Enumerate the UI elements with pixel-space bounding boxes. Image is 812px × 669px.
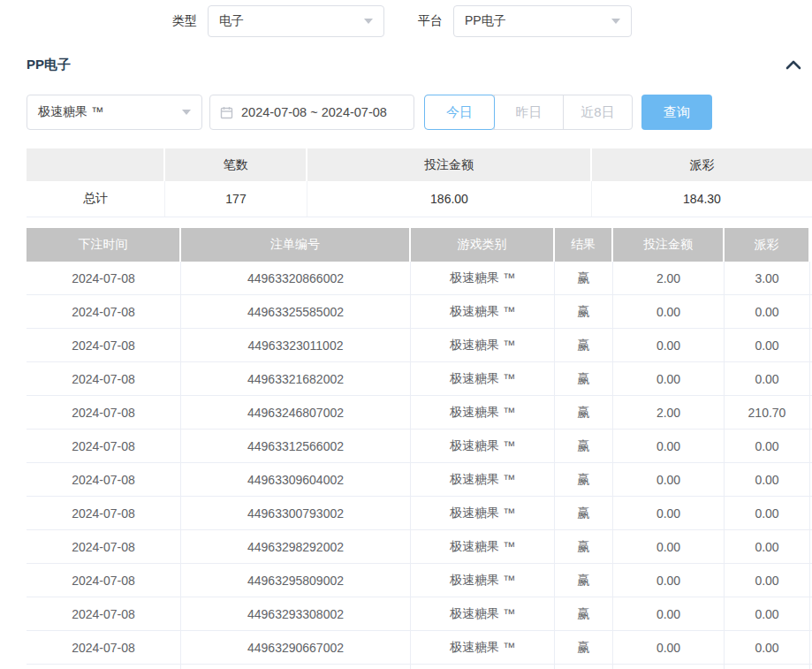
table-row: 2024-07-08 44963295809002 极速糖果 ™ 赢 0.00 … bbox=[27, 564, 812, 597]
betting-records-page: { "top": { "type_label": "类型", "type_val… bbox=[0, 0, 812, 669]
section-title: PP电子 bbox=[27, 57, 71, 73]
bet-amount-cell: 0.00 bbox=[613, 631, 725, 664]
table-row: 2024-07-08 44963309604002 极速糖果 ™ 赢 0.00 … bbox=[27, 463, 812, 497]
bet-time-cell: 2024-07-08 bbox=[27, 262, 181, 294]
game-type-cell: 极速糖果 ™ bbox=[411, 430, 555, 462]
order-id-cell: 44963300793002 bbox=[181, 497, 411, 529]
result-cell: 赢 bbox=[555, 329, 613, 361]
calendar-icon bbox=[220, 106, 233, 119]
type-select[interactable]: 电子 bbox=[208, 5, 384, 37]
bet-amount-cell: 0.00 bbox=[613, 329, 725, 361]
date-range-value: 2024-07-08 ~ 2024-07-08 bbox=[241, 105, 387, 119]
table-row: 2024-07-08 44963323011002 极速糖果 ™ 赢 0.00 … bbox=[27, 329, 812, 362]
today-button[interactable]: 今日 bbox=[425, 95, 494, 129]
result-cell: 赢 bbox=[555, 262, 613, 294]
type-select-value: 电子 bbox=[219, 13, 244, 29]
summary-count-value: 177 bbox=[165, 181, 307, 217]
order-id-cell: 44963293308002 bbox=[181, 597, 411, 630]
header-order-id: 注单编号 bbox=[181, 228, 411, 262]
header-bet-time: 下注时间 bbox=[27, 228, 181, 262]
bet-time-cell: 2024-07-08 bbox=[27, 396, 181, 429]
bet-amount-cell: 2.00 bbox=[613, 396, 725, 429]
payout-cell: 0.00 bbox=[725, 564, 810, 597]
bet-time-cell: 2024-07-08 bbox=[27, 329, 181, 361]
summary-bet-total-value: 186.00 bbox=[307, 181, 592, 217]
result-cell: 赢 bbox=[555, 362, 613, 395]
bet-amount-cell: 0.00 bbox=[613, 362, 725, 395]
header-result: 结果 bbox=[555, 228, 613, 262]
payout-cell: 0.00 bbox=[725, 329, 810, 361]
payout-cell: 0.00 bbox=[725, 295, 810, 328]
payout-cell: 0.00 bbox=[725, 631, 810, 664]
platform-label: 平台 bbox=[418, 13, 443, 29]
order-id-cell: 44963290667002 bbox=[181, 631, 411, 664]
bet-amount-cell: 0.00 bbox=[613, 295, 725, 328]
yesterday-button[interactable]: 昨日 bbox=[494, 95, 563, 129]
chevron-down-icon bbox=[182, 110, 191, 115]
game-type-cell: 极速糖果 ™ bbox=[411, 597, 555, 630]
payout-cell: 0.00 bbox=[725, 530, 810, 563]
table-row: 2024-07-08 44963290667002 极速糖果 ™ 赢 0.00 … bbox=[27, 631, 812, 665]
summary-payout-total-value: 184.30 bbox=[592, 181, 812, 217]
payout-cell: 210.70 bbox=[725, 396, 810, 429]
type-label: 类型 bbox=[172, 13, 197, 29]
bet-time-cell: 2024-07-08 bbox=[27, 430, 181, 462]
payout-cell: 0.00 bbox=[725, 362, 810, 395]
platform-select-value: PP电子 bbox=[465, 13, 506, 29]
table-row: 2024-07-08 44963325585002 极速糖果 ™ 赢 0.00 … bbox=[27, 295, 812, 329]
top-filter-bar: 类型 电子 平台 PP电子 bbox=[0, 0, 812, 42]
table-row: 2024-07-08 44963300793002 极速糖果 ™ 赢 0.00 … bbox=[27, 497, 812, 530]
chevron-down-icon bbox=[364, 19, 373, 24]
game-type-cell: 极速糖果 ™ bbox=[411, 631, 555, 664]
summary-header-row: 笔数 投注金额 派彩 bbox=[27, 148, 812, 181]
game-select[interactable]: 极速糖果 ™ bbox=[27, 95, 202, 130]
result-cell: 赢 bbox=[555, 463, 613, 496]
summary-table: 笔数 投注金额 派彩 总计 177 186.00 184.30 bbox=[27, 148, 812, 217]
bet-time-cell: 2024-07-08 bbox=[27, 295, 181, 328]
result-cell: 赢 bbox=[555, 497, 613, 529]
bet-amount-cell: 0.00 bbox=[613, 463, 725, 496]
order-id-cell: 44963320866002 bbox=[181, 262, 411, 294]
order-id-cell: 44963246807002 bbox=[181, 396, 411, 429]
result-cell: 赢 bbox=[555, 430, 613, 462]
summary-header-payout: 派彩 bbox=[592, 148, 812, 181]
date-range-picker[interactable]: 2024-07-08 ~ 2024-07-08 bbox=[209, 95, 414, 130]
game-type-cell: 极速糖果 ™ bbox=[411, 362, 555, 395]
summary-header-bet-amount: 投注金额 bbox=[307, 148, 592, 181]
order-id-cell: 44963312566002 bbox=[181, 430, 411, 462]
bet-time-cell: 2024-07-08 bbox=[27, 497, 181, 529]
bet-amount-cell: 0.00 bbox=[613, 530, 725, 563]
summary-header-empty bbox=[27, 148, 165, 181]
header-bet-amount: 投注金额 bbox=[613, 228, 725, 262]
payout-cell: 0.00 bbox=[725, 430, 810, 462]
order-id-cell: 44963325585002 bbox=[181, 295, 411, 328]
platform-select[interactable]: PP电子 bbox=[453, 5, 632, 37]
search-button[interactable]: 查询 bbox=[641, 95, 712, 130]
table-row: 2024-07-08 44963321682002 极速糖果 ™ 赢 0.00 … bbox=[27, 362, 812, 396]
game-type-cell: 极速糖果 ™ bbox=[411, 329, 555, 361]
collapse-chevron-up-icon[interactable] bbox=[782, 57, 805, 72]
bet-amount-cell: 0.00 bbox=[613, 597, 725, 630]
header-payout: 派彩 bbox=[725, 228, 810, 262]
order-id-cell: 44963295809002 bbox=[181, 564, 411, 597]
bet-amount-cell: 0.00 bbox=[613, 564, 725, 597]
result-cell: 赢 bbox=[555, 396, 613, 429]
game-select-value: 极速糖果 ™ bbox=[38, 104, 103, 120]
bet-time-cell: 2024-07-08 bbox=[27, 631, 181, 664]
bet-time-cell: 2024-07-08 bbox=[27, 564, 181, 597]
chevron-down-icon bbox=[611, 19, 620, 24]
game-type-cell: 极速糖果 ™ bbox=[411, 530, 555, 563]
payout-cell: 0.00 bbox=[725, 597, 810, 630]
bet-amount-cell: 0.00 bbox=[613, 430, 725, 462]
game-type-cell: 极速糖果 ™ bbox=[411, 564, 555, 597]
records-body: 2024-07-08 44963320866002 极速糖果 ™ 赢 2.00 … bbox=[27, 262, 812, 665]
records-header-row: 下注时间 注单编号 游戏类别 结果 投注金额 派彩 bbox=[27, 228, 812, 262]
payout-cell: 3.00 bbox=[725, 262, 810, 294]
section-header: PP电子 bbox=[0, 54, 812, 75]
last-8-days-button[interactable]: 近8日 bbox=[563, 95, 632, 129]
header-game-type: 游戏类别 bbox=[411, 228, 555, 262]
result-cell: 赢 bbox=[555, 295, 613, 328]
game-type-cell: 极速糖果 ™ bbox=[411, 463, 555, 496]
game-type-cell: 极速糖果 ™ bbox=[411, 497, 555, 529]
game-type-cell: 极速糖果 ™ bbox=[411, 262, 555, 294]
